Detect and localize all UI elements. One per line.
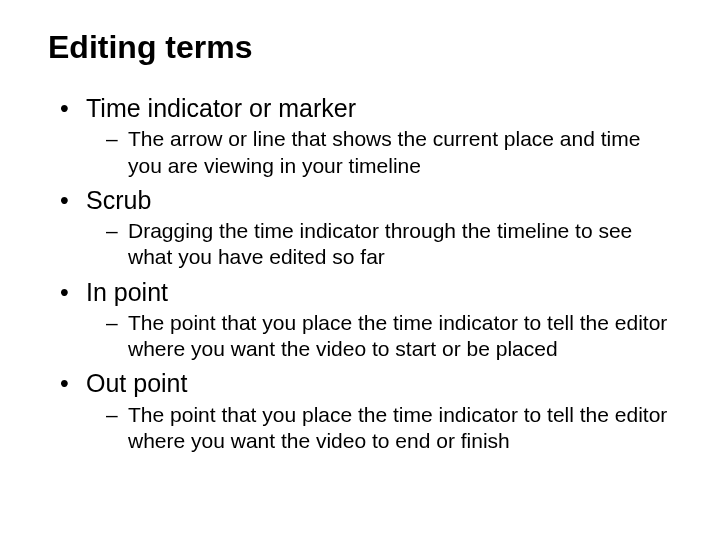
definition-list: The point that you place the time indica…: [86, 402, 672, 455]
list-item: Out point The point that you place the t…: [60, 368, 672, 454]
definition-item: The point that you place the time indica…: [106, 402, 672, 455]
definition-list: The arrow or line that shows the current…: [86, 126, 672, 179]
definition-list: Dragging the time indicator through the …: [86, 218, 672, 271]
term-label: Time indicator or marker: [86, 94, 356, 122]
term-list: Time indicator or marker The arrow or li…: [48, 93, 672, 454]
slide: Editing terms Time indicator or marker T…: [0, 0, 720, 454]
list-item: Scrub Dragging the time indicator throug…: [60, 185, 672, 271]
slide-title: Editing terms: [48, 30, 672, 65]
definition-item: The point that you place the time indica…: [106, 310, 672, 363]
term-label: Out point: [86, 369, 187, 397]
definition-list: The point that you place the time indica…: [86, 310, 672, 363]
list-item: Time indicator or marker The arrow or li…: [60, 93, 672, 179]
definition-item: Dragging the time indicator through the …: [106, 218, 672, 271]
term-label: Scrub: [86, 186, 151, 214]
term-label: In point: [86, 278, 168, 306]
list-item: In point The point that you place the ti…: [60, 277, 672, 363]
definition-item: The arrow or line that shows the current…: [106, 126, 672, 179]
